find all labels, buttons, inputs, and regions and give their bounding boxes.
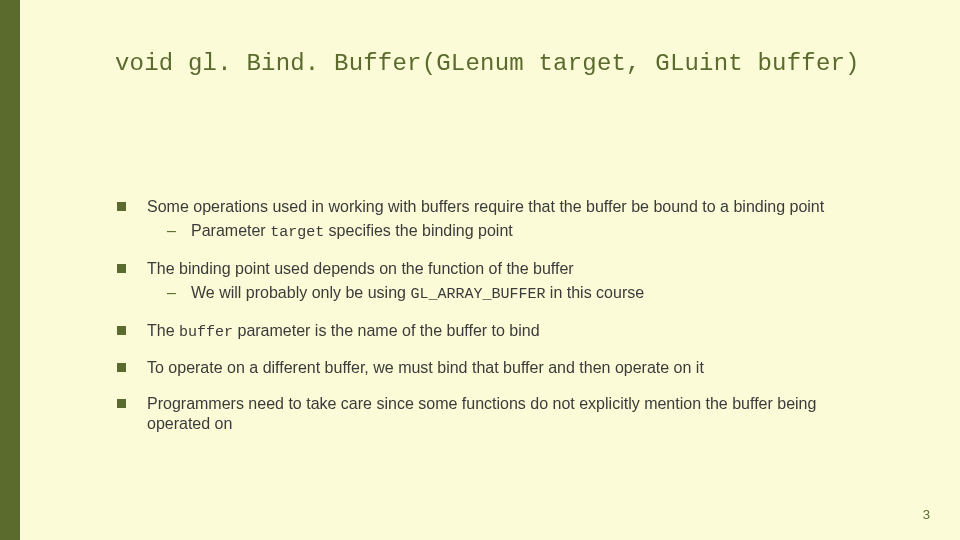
list-item: The binding point used depends on the fu… <box>115 259 880 305</box>
slide-title: void gl. Bind. Buffer(GLenum target, GLu… <box>115 50 880 77</box>
list-item: The buffer parameter is the name of the … <box>115 321 880 343</box>
list-item-pre: The <box>147 322 179 339</box>
accent-sidebar <box>0 0 20 540</box>
bullet-list: Some operations used in working with buf… <box>115 197 880 434</box>
sub-list: We will probably only be using GL_ARRAY_… <box>147 283 880 305</box>
page-number: 3 <box>923 507 930 522</box>
list-item: Programmers need to take care since some… <box>115 394 880 434</box>
sub-list-item: Parameter target specifies the binding p… <box>147 221 880 243</box>
sub-item-post: in this course <box>545 284 644 301</box>
sub-list-item: We will probably only be using GL_ARRAY_… <box>147 283 880 305</box>
list-item-text: To operate on a different buffer, we mus… <box>147 359 704 376</box>
list-item-text: Some operations used in working with buf… <box>147 198 824 215</box>
inline-code: target <box>270 224 324 241</box>
inline-code: buffer <box>179 324 233 341</box>
sub-item-post: specifies the binding point <box>324 222 513 239</box>
list-item-text: The binding point used depends on the fu… <box>147 260 574 277</box>
list-item: To operate on a different buffer, we mus… <box>115 358 880 378</box>
list-item-post: parameter is the name of the buffer to b… <box>233 322 540 339</box>
inline-code: GL_ARRAY_BUFFER <box>410 286 545 303</box>
sub-list: Parameter target specifies the binding p… <box>147 221 880 243</box>
slide-content: void gl. Bind. Buffer(GLenum target, GLu… <box>20 0 960 540</box>
sub-item-pre: We will probably only be using <box>191 284 410 301</box>
list-item-text: Programmers need to take care since some… <box>147 395 816 432</box>
sub-item-pre: Parameter <box>191 222 270 239</box>
list-item: Some operations used in working with buf… <box>115 197 880 243</box>
